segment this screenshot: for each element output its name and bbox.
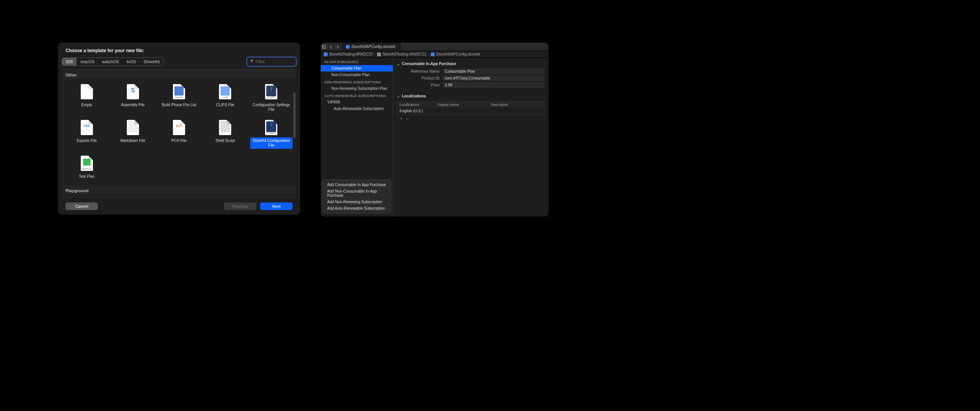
field-price[interactable]: 0.99 [443,82,545,88]
project-icon [324,53,328,56]
add-non-consumable-iap[interactable]: Add Non-Consumable In-App Purchase [323,188,391,199]
template-pch-file[interactable]: pchPCH File [157,118,201,151]
field-reference-name[interactable]: Consumable Plan [443,68,545,74]
sidebar-item-consumable-plan[interactable]: Consumable Plan [321,65,393,72]
template-empty[interactable]: Empty [65,82,109,115]
col-description[interactable]: Description [489,102,544,108]
filter-icon [249,58,256,65]
section-localizations[interactable]: ⌄Localizations [397,92,545,100]
platform-ios[interactable]: iOS [62,58,77,65]
section-other: Other [62,70,296,79]
platform-segment: iOS macOS watchOS tvOS DriverKit [62,57,164,66]
label-price: Price [397,83,443,87]
add-product-menu: Add Consumable In-App Purchase Add Non-C… [322,180,391,213]
platform-bar: iOS macOS watchOS tvOS DriverKit [58,57,300,69]
tab-bar: StoreKitIAPConfig.storekit [321,43,548,51]
group-nonrenew: NON-RENEWING SUBSCRIPTIONS [321,78,393,85]
template-shell-script[interactable]: Shell Script [203,118,247,151]
editor-tab[interactable]: StoreKitIAPConfig.storekit [341,43,400,51]
chevron-down-icon: ⌄ [397,62,400,66]
sidebar-item-auto-renewable[interactable]: Auto-Renewable Subscription [321,105,393,112]
group-iap: IN-APP PURCHASES [321,58,393,65]
storekit-editor: StoreKitIAPConfig.storekit StoreKitTesti… [321,43,548,217]
cancel-button[interactable]: Cancel [66,202,98,210]
template-test-plan[interactable]: TESTPLANTest Plan [65,153,109,182]
section-iap-details[interactable]: ⌄Consumable In-App Purchase [397,60,545,67]
sidebar-item-non-renewing[interactable]: Non-Renewing Subscription Plan [321,85,393,92]
template-exports-file[interactable]: expExports File [65,118,109,151]
col-display-name[interactable]: Display Name [435,102,489,108]
dialog-buttons: Cancel Previous Next [58,198,300,215]
storekit-file-icon [346,45,350,49]
template-configuration-settings-file[interactable]: CONFIGConfiguration Settings File [249,82,293,115]
template-build-phase-file-list[interactable]: FILELISTBuild Phase File List [157,82,201,115]
nav-back-icon[interactable] [328,43,334,51]
template-assembly-file[interactable]: SAssembly File [111,82,155,115]
add-non-renewing-sub[interactable]: Add Non-Renewing Subscription [323,199,391,205]
platform-driverkit[interactable]: DriverKit [140,58,163,65]
loc-add-icon[interactable]: + [400,116,403,121]
filter-input[interactable] [256,59,294,64]
table-row[interactable]: English (U.S.) [397,108,544,114]
sidebar-item-non-consumable-plan[interactable]: Non-Consumable Plan [321,72,393,78]
editor-sidebar: IN-APP PURCHASES Consumable Plan Non-Con… [321,58,393,217]
chevron-down-icon: ⌄ [397,94,400,98]
editor-main: ⌄Consumable In-App Purchase Reference Na… [393,58,548,217]
localizations-table: Localizations Display Name Description E… [397,101,545,115]
platform-watchos[interactable]: watchOS [98,58,123,65]
add-consumable-iap[interactable]: Add Consumable In-App Purchase [323,182,391,188]
label-product-id: Product ID [397,76,443,80]
col-localizations[interactable]: Localizations [397,102,435,108]
nav-forward-icon[interactable] [334,43,341,51]
tab-title: StoreKitIAPConfig.storekit [351,45,395,49]
storekit-icon [431,53,435,56]
add-auto-renewable-sub[interactable]: Add Auto-Renewable Subscription [323,205,391,212]
filter-field[interactable] [247,57,296,66]
breadcrumb-project[interactable]: StoreKitTesting-WWDC22 [329,52,373,56]
template-markdown-file[interactable]: Markdown File [111,118,155,151]
sidebar-toggle-icon[interactable] [321,43,328,51]
scrollbar[interactable] [293,92,296,138]
dialog-title: Choose a template for your new file: [58,43,300,57]
previous-button[interactable]: Previous [224,202,256,210]
next-button[interactable]: Next [260,202,293,210]
new-file-dialog: Choose a template for your new file: iOS… [58,43,300,215]
breadcrumb-file[interactable]: StoreKitIAPConfig.storekit [436,52,480,56]
breadcrumb-folder[interactable]: StoreKitTesting-WWDC22 [382,52,426,56]
svg-rect-0 [323,45,326,48]
templates-area[interactable]: Other Empty SAssembly File FILELISTBuild… [62,69,296,198]
group-autorenew: AUTO-RENEWABLE SUBSCRIPTIONS [321,92,393,99]
label-reference-name: Reference Name [397,69,443,73]
platform-tvos[interactable]: tvOS [123,58,140,65]
field-product-id[interactable]: com.iHTCboy.Consumable [443,75,545,81]
template-storekit-configuration-file[interactable]: STOREKITStoreKit Configuration File [249,118,293,151]
platform-macos[interactable]: macOS [77,58,98,65]
section-playground: Playground [62,185,296,194]
folder-icon [377,53,381,56]
breadcrumb[interactable]: StoreKitTesting-WWDC22› StoreKitTesting-… [321,51,548,58]
sidebar-item-vip888[interactable]: VIP888 [321,99,393,105]
template-clips-file[interactable]: CLIPSCLIPS File [203,82,247,115]
loc-remove-icon[interactable]: − [406,116,408,121]
